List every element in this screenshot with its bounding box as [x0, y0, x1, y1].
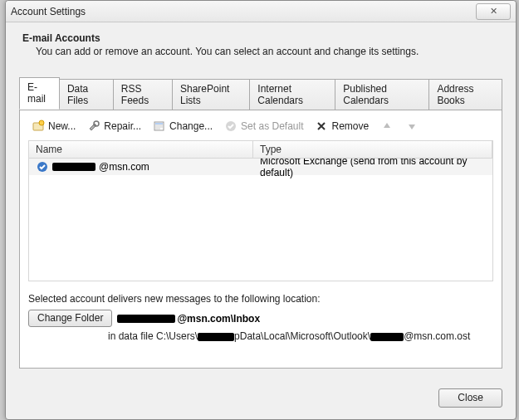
- tab-label: Data Files: [67, 83, 88, 106]
- tab-internet-cal[interactable]: Internet Calendars: [250, 79, 335, 110]
- tab-label: Internet Calendars: [257, 83, 303, 106]
- tab-data-files[interactable]: Data Files: [60, 79, 114, 110]
- tab-label: Published Calendars: [343, 83, 389, 106]
- redacted-text: [117, 315, 175, 323]
- arrow-down-icon: [405, 120, 419, 133]
- window-close-button[interactable]: ✕: [476, 3, 511, 20]
- folder-path: @msn.com\Inbox: [117, 313, 260, 325]
- redacted-text: [52, 163, 95, 171]
- account-toolbar: New... Repair... Change...: [28, 119, 493, 140]
- dialog-footer: Close: [438, 388, 502, 408]
- new-button[interactable]: New...: [30, 119, 77, 134]
- tab-sharepoint[interactable]: SharePoint Lists: [173, 79, 250, 110]
- remove-icon: [315, 120, 328, 133]
- change-folder-button[interactable]: Change Folder: [28, 310, 112, 327]
- account-list-header: Name Type: [28, 140, 493, 159]
- col-name[interactable]: Name: [29, 141, 253, 158]
- tab-published-cal[interactable]: Published Calendars: [335, 79, 429, 110]
- remove-label: Remove: [331, 120, 369, 132]
- set-default-button: Set as Default: [223, 119, 305, 134]
- col-type[interactable]: Type: [253, 141, 492, 158]
- tab-rss-feeds[interactable]: RSS Feeds: [114, 79, 173, 110]
- close-label: Close: [458, 392, 483, 403]
- change-folder-label: Change Folder: [37, 312, 103, 324]
- close-button[interactable]: Close: [438, 388, 502, 408]
- change-icon: [153, 120, 166, 133]
- redacted-text: [370, 333, 404, 341]
- header-block: E-mail Accounts You can add or remove an…: [19, 29, 502, 66]
- repair-button[interactable]: Repair...: [86, 119, 143, 134]
- table-row[interactable]: @msn.com Microsoft Exchange (send from t…: [29, 159, 492, 175]
- account-settings-dialog: Account Settings ✕ E-mail Accounts You c…: [5, 0, 517, 420]
- repair-label: Repair...: [104, 120, 141, 132]
- move-up-button: [379, 119, 395, 134]
- check-icon: [224, 120, 237, 133]
- tab-address-books[interactable]: Address Books: [429, 79, 502, 110]
- tab-email[interactable]: E-mail: [19, 77, 60, 110]
- tab-label: Address Books: [437, 83, 473, 106]
- tab-label: SharePoint Lists: [180, 83, 229, 106]
- tab-label: RSS Feeds: [121, 83, 149, 106]
- delivery-text: Selected account delivers new messages t…: [28, 293, 493, 305]
- account-type-cell: Microsoft Exchange (send from this accou…: [253, 159, 492, 178]
- header-subtitle: You can add or remove an account. You ca…: [22, 46, 499, 57]
- data-file-path: in data file C:\Users\pData\Local\Micros…: [108, 330, 493, 342]
- close-icon: ✕: [490, 6, 497, 17]
- default-account-icon: [36, 160, 49, 173]
- new-label: New...: [48, 120, 76, 132]
- arrow-up-icon: [380, 120, 394, 133]
- move-down-button: [404, 119, 420, 134]
- tab-label: E-mail: [27, 81, 46, 105]
- account-name-cell: @msn.com: [29, 160, 253, 173]
- titlebar: Account Settings ✕: [6, 1, 516, 22]
- repair-icon: [87, 120, 100, 133]
- change-label: Change...: [169, 120, 213, 132]
- account-name-suffix: @msn.com: [99, 161, 149, 173]
- account-list[interactable]: @msn.com Microsoft Exchange (send from t…: [28, 159, 493, 281]
- remove-button[interactable]: Remove: [313, 119, 370, 134]
- tab-panel-email: New... Repair... Change...: [19, 110, 502, 369]
- window-title: Account Settings: [11, 6, 86, 17]
- set-default-label: Set as Default: [241, 120, 303, 132]
- redacted-text: [198, 333, 234, 341]
- change-button[interactable]: Change...: [151, 119, 214, 134]
- new-icon: [32, 120, 45, 133]
- svg-point-1: [39, 120, 44, 125]
- tab-strip: E-mail Data Files RSS Feeds SharePoint L…: [19, 77, 502, 110]
- header-title: E-mail Accounts: [22, 32, 499, 44]
